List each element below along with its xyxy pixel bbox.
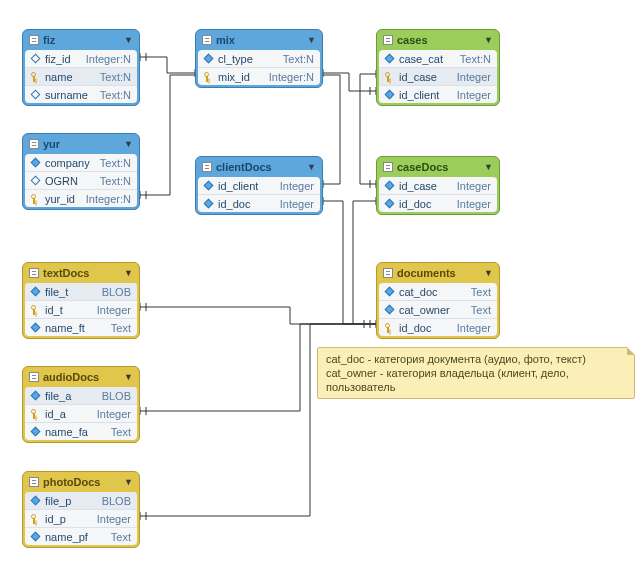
field-icon [29, 495, 41, 507]
entity-title: textDocs [43, 267, 124, 279]
entity-yur[interactable]: yur ▼ companyText:N OGRNText:N yur_idInt… [22, 133, 140, 210]
field-icon [29, 426, 41, 438]
chevron-down-icon: ▼ [484, 268, 493, 278]
field-row[interactable]: surnameText:N [25, 85, 137, 103]
entity-title: documents [397, 267, 484, 279]
field-row[interactable]: id_docInteger [379, 318, 497, 336]
chevron-down-icon: ▼ [124, 372, 133, 382]
field-row[interactable]: id_clientInteger [379, 85, 497, 103]
entity-header[interactable]: clientDocs ▼ [198, 159, 320, 177]
key-icon [29, 304, 41, 316]
field-row[interactable]: cl_typeText:N [198, 50, 320, 67]
field-row[interactable]: fiz_idInteger:N [25, 50, 137, 67]
entity-header[interactable]: textDocs ▼ [25, 265, 137, 283]
field-row[interactable]: id_docInteger [198, 194, 320, 212]
field-row[interactable]: file_tBLOB [25, 283, 137, 300]
entity-title: fiz [43, 34, 124, 46]
entity-audiodocs[interactable]: audioDocs ▼ file_aBLOB id_aInteger name_… [22, 366, 140, 443]
field-icon [29, 390, 41, 402]
field-icon [383, 198, 395, 210]
entity-title: audioDocs [43, 371, 124, 383]
field-row[interactable]: case_catText:N [379, 50, 497, 67]
key-icon [383, 71, 395, 83]
field-row[interactable]: name_ftText [25, 318, 137, 336]
field-row[interactable]: id_tInteger [25, 300, 137, 318]
field-row[interactable]: cat_docText [379, 283, 497, 300]
er-diagram-canvas: fiz ▼ fiz_idInteger:N nameText:N surname… [0, 0, 637, 573]
field-row[interactable]: companyText:N [25, 154, 137, 171]
entity-title: clientDocs [216, 161, 307, 173]
field-row[interactable]: id_docInteger [379, 194, 497, 212]
key-icon [383, 322, 395, 334]
entity-documents[interactable]: documents ▼ cat_docText cat_ownerText id… [376, 262, 500, 339]
field-icon [202, 180, 214, 192]
field-icon [383, 286, 395, 298]
chevron-down-icon: ▼ [124, 477, 133, 487]
table-icon [383, 162, 393, 172]
field-row[interactable]: id_caseInteger [379, 177, 497, 194]
field-icon [29, 157, 41, 169]
table-icon [29, 372, 39, 382]
field-icon [29, 531, 41, 543]
entity-fiz[interactable]: fiz ▼ fiz_idInteger:N nameText:N surname… [22, 29, 140, 106]
entity-title: mix [216, 34, 307, 46]
table-icon [383, 35, 393, 45]
entity-header[interactable]: documents ▼ [379, 265, 497, 283]
field-row[interactable]: file_aBLOB [25, 387, 137, 404]
annotation-note[interactable]: cat_doc - категория документа (аудио, фо… [317, 347, 635, 399]
table-icon [383, 268, 393, 278]
key-icon [29, 71, 41, 83]
table-icon [202, 35, 212, 45]
field-row[interactable]: id_clientInteger [198, 177, 320, 194]
key-icon [29, 408, 41, 420]
chevron-down-icon: ▼ [124, 268, 133, 278]
field-row[interactable]: id_caseInteger [379, 67, 497, 85]
entity-header[interactable]: photoDocs ▼ [25, 474, 137, 492]
field-row[interactable]: id_pInteger [25, 509, 137, 527]
field-icon [383, 180, 395, 192]
chevron-down-icon: ▼ [484, 35, 493, 45]
field-row[interactable]: file_pBLOB [25, 492, 137, 509]
field-row[interactable]: yur_idInteger:N [25, 189, 137, 207]
field-row[interactable]: cat_ownerText [379, 300, 497, 318]
entity-photodocs[interactable]: photoDocs ▼ file_pBLOB id_pInteger name_… [22, 471, 140, 548]
entity-header[interactable]: audioDocs ▼ [25, 369, 137, 387]
entity-header[interactable]: caseDocs ▼ [379, 159, 497, 177]
chevron-down-icon: ▼ [307, 35, 316, 45]
entity-header[interactable]: cases ▼ [379, 32, 497, 50]
field-row[interactable]: OGRNText:N [25, 171, 137, 189]
entity-title: yur [43, 138, 124, 150]
key-icon [29, 513, 41, 525]
entity-textdocs[interactable]: textDocs ▼ file_tBLOB id_tInteger name_f… [22, 262, 140, 339]
field-icon [29, 286, 41, 298]
field-icon [383, 304, 395, 316]
chevron-down-icon: ▼ [124, 35, 133, 45]
entity-casedocs[interactable]: caseDocs ▼ id_caseInteger id_docInteger [376, 156, 500, 215]
entity-header[interactable]: mix ▼ [198, 32, 320, 50]
entity-clientdocs[interactable]: clientDocs ▼ id_clientInteger id_docInte… [195, 156, 323, 215]
entity-mix[interactable]: mix ▼ cl_typeText:N mix_idInteger:N [195, 29, 323, 88]
field-row[interactable]: name_pfText [25, 527, 137, 545]
entity-title: caseDocs [397, 161, 484, 173]
key-icon [202, 71, 214, 83]
field-row[interactable]: nameText:N [25, 67, 137, 85]
entity-header[interactable]: fiz ▼ [25, 32, 137, 50]
table-icon [202, 162, 212, 172]
field-icon [383, 89, 395, 101]
entity-title: photoDocs [43, 476, 124, 488]
table-icon [29, 477, 39, 487]
chevron-down-icon: ▼ [484, 162, 493, 172]
entity-header[interactable]: yur ▼ [25, 136, 137, 154]
field-row[interactable]: name_faText [25, 422, 137, 440]
field-row[interactable]: id_aInteger [25, 404, 137, 422]
field-icon [29, 175, 41, 187]
field-icon [202, 53, 214, 65]
table-icon [29, 139, 39, 149]
note-line: cat_owner - категория владельца (клиент,… [326, 366, 626, 394]
chevron-down-icon: ▼ [307, 162, 316, 172]
field-row[interactable]: mix_idInteger:N [198, 67, 320, 85]
key-icon [29, 193, 41, 205]
entity-cases[interactable]: cases ▼ case_catText:N id_caseInteger id… [376, 29, 500, 106]
field-icon [202, 198, 214, 210]
field-icon [29, 89, 41, 101]
